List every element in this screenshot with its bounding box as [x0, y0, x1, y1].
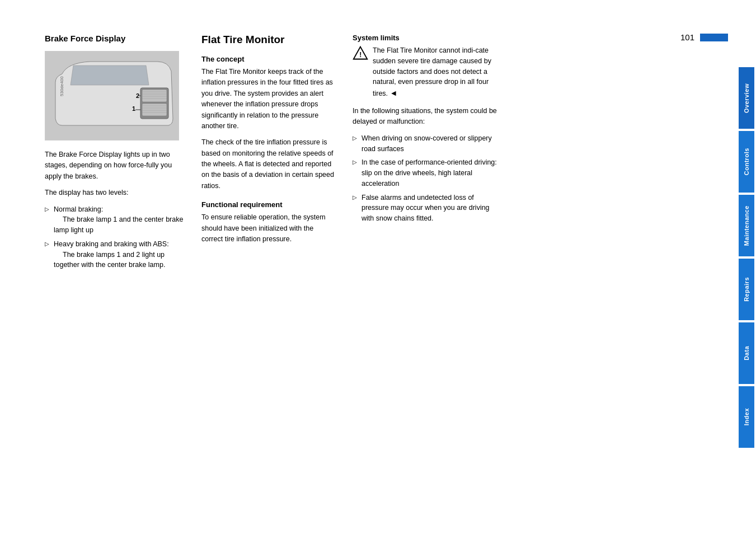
tab-repairs-label: Repairs [743, 277, 750, 302]
tab-overview[interactable]: Overview [739, 67, 754, 129]
brake-body2: The display has two levels: [45, 188, 185, 198]
page-bar [700, 34, 728, 41]
tab-index-label: Index [743, 408, 750, 425]
tab-controls[interactable]: Controls [739, 131, 754, 193]
brake-image: 2 1 530de400 [45, 51, 179, 140]
flat-tire-title: Flat Tire Monitor [201, 34, 336, 46]
tab-data[interactable]: Data [739, 322, 754, 384]
system-body2: In the following situations, the system … [353, 106, 498, 128]
right-column: System limits ! The Flat Tire Monitor ca… [353, 34, 498, 512]
main-content: Brake Force Display [0, 0, 737, 534]
tab-maintenance[interactable]: Maintenance [739, 195, 754, 256]
left-column: Brake Force Display [45, 34, 201, 512]
system-bullet-3: False alarms and undetected loss of pres… [353, 193, 498, 224]
brake-light-svg: 2 1 530de400 [45, 51, 179, 140]
system-limits-title: System limits [353, 34, 498, 42]
functional-body: To ensure reliable operation, the system… [201, 212, 336, 245]
page-container: Brake Force Display [0, 0, 756, 534]
page-number-row: 101 [680, 32, 728, 42]
tab-index[interactable]: Index [739, 386, 754, 448]
tab-repairs[interactable]: Repairs [739, 259, 754, 320]
page-number: 101 [680, 32, 694, 42]
warning-text: The Flat Tire Monitor cannot indi-cate s… [373, 45, 498, 99]
tab-controls-label: Controls [743, 148, 750, 175]
svg-rect-7 [142, 104, 167, 116]
concept-body2: The check of the tire inflation pressure… [201, 137, 336, 191]
bullet-sub-2: The brake lamps 1 and 2 light up togethe… [54, 251, 165, 269]
bullet-main-2: Heavy braking and braking with ABS: [54, 240, 169, 248]
warning-box: ! The Flat Tire Monitor cannot indi-cate… [353, 45, 498, 99]
brake-body1: The Brake Force Display lights up in two… [45, 149, 185, 182]
end-mark: ◄ [390, 88, 398, 97]
svg-text:530de400: 530de400 [59, 76, 64, 96]
warning-icon: ! [353, 45, 368, 61]
tab-overview-label: Overview [743, 83, 750, 113]
functional-title: Functional requirement [201, 200, 336, 209]
concept-title: The concept [201, 55, 336, 63]
bullet-main-1: Normal braking: [54, 205, 103, 213]
bullet-sub-1: The brake lamp 1 and the center brake la… [54, 216, 183, 234]
brake-force-title: Brake Force Display [45, 34, 185, 43]
system-bullets: When driving on snow-covered or slippery… [353, 133, 498, 224]
system-bullet-2: In the case of performance-oriented driv… [353, 157, 498, 189]
concept-body1: The Flat Tire Monitor keeps track of the… [201, 67, 336, 132]
sidebar: Overview Controls Maintenance Repairs Da… [737, 0, 756, 534]
tab-maintenance-label: Maintenance [743, 205, 750, 246]
brake-bullets: Normal braking: The brake lamp 1 and the… [45, 204, 185, 271]
svg-text:1: 1 [132, 105, 135, 112]
middle-column: Flat Tire Monitor The concept The Flat T… [201, 34, 353, 512]
svg-text:!: ! [359, 51, 361, 59]
bullet-item-1: Normal braking: The brake lamp 1 and the… [45, 204, 185, 236]
tab-data-label: Data [743, 346, 750, 360]
bullet-item-2: Heavy braking and braking with ABS: The … [45, 239, 185, 270]
svg-rect-2 [142, 90, 167, 102]
system-bullet-1: When driving on snow-covered or slippery… [353, 133, 498, 154]
